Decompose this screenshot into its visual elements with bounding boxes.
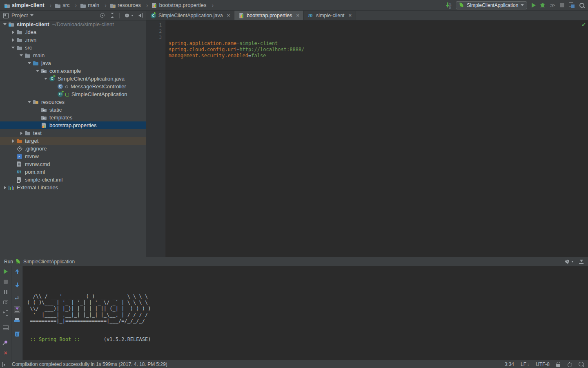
- chevron-down-icon: [521, 4, 524, 6]
- tree-item-icon: [57, 91, 64, 98]
- thread-dump-button[interactable]: [2, 299, 9, 305]
- tree-row[interactable]: mvnw.cmd: [0, 160, 146, 168]
- write-access-lock-icon[interactable]: [556, 362, 561, 367]
- inspection-ok-icon[interactable]: [581, 22, 586, 27]
- tree-row[interactable]: MessageRestController: [0, 83, 146, 90]
- exit-button[interactable]: [2, 309, 9, 316]
- tree-toggle-arrow[interactable]: [34, 70, 41, 72]
- breadcrumb-item[interactable]: main ›: [80, 2, 110, 8]
- close-icon[interactable]: ×: [227, 13, 230, 18]
- tree-row[interactable]: templates: [0, 114, 146, 121]
- coverage-button[interactable]: [550, 2, 555, 8]
- tree-item-icon: [16, 37, 23, 43]
- tree-row[interactable]: External Libraries: [0, 184, 146, 191]
- tree-row[interactable]: com.example: [0, 67, 146, 75]
- breadcrumb-item-icon: [151, 2, 157, 8]
- stop-button[interactable]: [560, 3, 564, 7]
- tree-item-icon: [33, 99, 39, 105]
- tree-item-icon: [16, 29, 23, 36]
- tree-row[interactable]: simple-client ~/Downloads/simple-client: [0, 20, 146, 28]
- navigate-down-button[interactable]: [14, 281, 20, 288]
- search-everywhere-icon[interactable]: [579, 2, 585, 8]
- breadcrumb-item[interactable]: bootstrap.properties ›: [151, 2, 217, 8]
- scroll-to-end-toggle[interactable]: [14, 306, 20, 313]
- tree-toggle-arrow[interactable]: [10, 31, 16, 34]
- run-button[interactable]: [532, 3, 536, 8]
- tree-toggle-arrow[interactable]: [26, 101, 33, 103]
- run-settings-button[interactable]: [564, 259, 574, 265]
- hide-panel-icon[interactable]: [579, 259, 584, 264]
- rerun-button[interactable]: [2, 268, 9, 275]
- editor-tab[interactable]: SimpleClientApplication.java ×: [146, 11, 234, 20]
- breadcrumb-item[interactable]: simple-client ›: [4, 2, 55, 8]
- spring-boot-icon: [459, 2, 464, 8]
- navigate-up-button[interactable]: [14, 268, 20, 275]
- pin-tab-button[interactable]: [2, 339, 9, 346]
- run-panel: /\\ / ___'_ __ _ _(_)_ __ __ _ \ \ \ \( …: [0, 266, 588, 360]
- run-console[interactable]: /\\ / ___'_ __ _ _(_)_ __ __ _ \ \ \ \( …: [23, 266, 588, 360]
- collapse-all-icon[interactable]: [109, 13, 115, 18]
- breadcrumb-item[interactable]: resources ›: [110, 2, 151, 8]
- tree-row[interactable]: test: [0, 129, 146, 137]
- tree-toggle-arrow[interactable]: [18, 54, 24, 56]
- tree-row[interactable]: simple-client.iml: [0, 176, 146, 184]
- editor-code[interactable]: spring.application.name=simple-clientspr…: [165, 20, 588, 257]
- tree-toggle-arrow[interactable]: [26, 62, 33, 64]
- print-button[interactable]: [14, 317, 20, 324]
- run-panel-header[interactable]: Run SimpleClientApplication: [0, 257, 588, 266]
- tree-row[interactable]: main: [0, 52, 146, 59]
- tree-row[interactable]: target: [0, 137, 146, 145]
- hide-panel-icon[interactable]: [138, 13, 143, 18]
- tree-row[interactable]: resources: [0, 98, 146, 106]
- tree-row[interactable]: bootstrap.properties: [0, 121, 146, 129]
- tab-file-icon: [308, 13, 314, 18]
- tree-row[interactable]: .idea: [0, 28, 146, 36]
- project-panel-header[interactable]: Project: [0, 11, 146, 20]
- tree-item-icon: [41, 114, 47, 121]
- caret-position[interactable]: 3:34: [505, 361, 514, 367]
- debug-button[interactable]: [540, 3, 545, 8]
- tree-row[interactable]: .gitignore: [0, 145, 146, 153]
- tree-toggle-arrow[interactable]: [10, 47, 16, 49]
- close-icon[interactable]: ×: [349, 13, 352, 18]
- restore-windows-icon[interactable]: [569, 2, 575, 8]
- tree-row[interactable]: java: [0, 59, 146, 67]
- tree-toggle-arrow[interactable]: [2, 186, 8, 189]
- tree-toggle-arrow[interactable]: [10, 139, 16, 143]
- editor[interactable]: 123 spring.application.name=simple-clien…: [146, 20, 588, 257]
- clear-all-button[interactable]: [14, 330, 20, 337]
- tree-row[interactable]: SimpleClientApplication: [0, 90, 146, 98]
- tree-toggle-arrow[interactable]: [2, 23, 8, 25]
- tree-row[interactable]: src: [0, 44, 146, 52]
- editor-tab[interactable]: simple-client ×: [304, 11, 356, 20]
- tree-toggle-arrow[interactable]: [18, 132, 24, 135]
- tree-item-icon: [8, 184, 15, 191]
- soft-wrap-toggle[interactable]: [14, 294, 20, 301]
- pause-output-button[interactable]: [2, 289, 9, 295]
- update-project-icon[interactable]: 011001: [445, 2, 451, 8]
- tree-item-icon: [8, 21, 15, 28]
- tree-row[interactable]: mvnw: [0, 153, 146, 160]
- close-icon[interactable]: ×: [296, 13, 300, 18]
- run-configuration-label: SimpleClientApplication: [467, 2, 518, 8]
- panel-settings-button[interactable]: [124, 13, 134, 18]
- editor-tab[interactable]: bootstrap.properties ×: [234, 11, 304, 20]
- notifications-icon[interactable]: [579, 362, 584, 367]
- restore-layout-button[interactable]: [2, 324, 9, 331]
- close-panel-button[interactable]: [2, 350, 9, 356]
- highlighting-level-icon[interactable]: [567, 362, 572, 367]
- locate-file-icon[interactable]: [100, 13, 105, 18]
- tree-row[interactable]: pom.xml: [0, 168, 146, 176]
- tree-toggle-arrow[interactable]: [42, 78, 49, 80]
- line-ending-selector[interactable]: LF↕: [521, 361, 529, 367]
- breadcrumb-item[interactable]: src ›: [55, 2, 80, 8]
- encoding-selector[interactable]: UTF-8: [536, 361, 550, 367]
- tree-row[interactable]: SimpleClientApplication.java: [0, 75, 146, 83]
- stop-process-button[interactable]: [2, 278, 9, 285]
- tree-toggle-arrow[interactable]: [10, 38, 16, 42]
- tree-row[interactable]: .mvn: [0, 36, 146, 44]
- tree-row[interactable]: static: [0, 106, 146, 114]
- toolwindow-toggle-icon[interactable]: [2, 362, 8, 367]
- run-configuration-select[interactable]: SimpleClientApplication: [456, 1, 527, 9]
- chevron-down-icon[interactable]: [30, 14, 33, 16]
